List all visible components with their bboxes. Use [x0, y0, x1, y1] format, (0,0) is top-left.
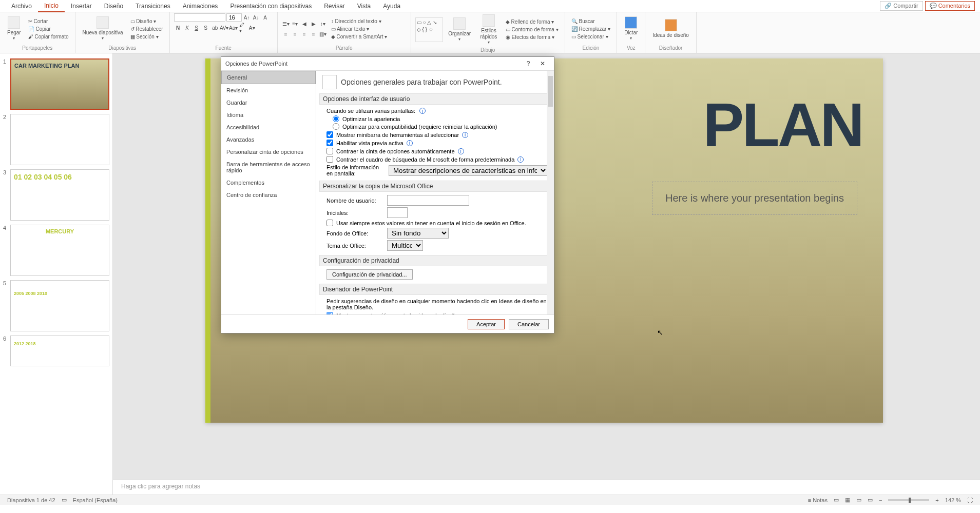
copy-button[interactable]: 📄 Copiar [26, 26, 71, 32]
nav-qat[interactable]: Barra de herramientas de acceso rápido [221, 158, 316, 176]
tab-revisar[interactable]: Revisar [318, 1, 351, 12]
cancel-button[interactable]: Cancelar [509, 319, 549, 329]
highlight-icon[interactable]: 🖍▾ [239, 24, 247, 32]
nav-revision[interactable]: Revisión [221, 84, 316, 96]
paste-button[interactable]: Pegar▾ [4, 15, 24, 42]
dictate-button[interactable]: Dictar▾ [621, 15, 641, 42]
nav-guardar[interactable]: Guardar [221, 96, 316, 109]
slideshow-view-icon[interactable]: ▭ [864, 497, 876, 503]
zoom-out-icon[interactable]: − [876, 497, 885, 503]
info-icon[interactable]: i [407, 140, 413, 146]
fit-window-icon[interactable]: ⛶ [964, 497, 976, 503]
initials-input[interactable] [387, 207, 408, 218]
check-always-use[interactable] [326, 220, 333, 226]
thumb-1[interactable]: CAR MARKETING PLAN [10, 58, 109, 110]
notes-toggle[interactable]: ≡ Notas [805, 497, 831, 503]
tooltip-style-select[interactable]: Mostrar descripciones de características… [389, 165, 548, 176]
spacing-icon[interactable]: AV▾ [220, 24, 228, 32]
info-icon[interactable]: i [458, 148, 464, 154]
office-background-select[interactable]: Sin fondo [387, 228, 449, 239]
radio-optimize-appearance[interactable] [333, 115, 339, 122]
check-collapse-search[interactable] [326, 156, 333, 163]
clear-format-icon[interactable]: A [261, 13, 270, 22]
nav-cinta[interactable]: Personalizar cinta de opciones [221, 146, 316, 158]
dialog-scrollbar[interactable] [547, 71, 554, 314]
section-button[interactable]: ▦ Sección ▾ [128, 33, 165, 40]
zoom-slider[interactable] [888, 499, 929, 501]
line-spacing-icon[interactable]: ↕▾ [319, 19, 327, 28]
normal-view-icon[interactable]: ▭ [831, 497, 842, 503]
justify-icon[interactable]: ≡ [310, 30, 318, 38]
layout-button[interactable]: ▭ Diseño ▾ [128, 18, 165, 25]
font-color-icon[interactable]: A▾ [248, 24, 256, 32]
tab-presentacion[interactable]: Presentación con diapositivas [224, 1, 318, 12]
comments-button[interactable]: 💬 Comentarios [925, 1, 975, 11]
indent-dec-icon[interactable]: ◀ [300, 19, 309, 28]
tab-ayuda[interactable]: Ayuda [377, 1, 407, 12]
thumb-3[interactable]: 01 02 03 04 05 06 [10, 169, 109, 221]
zoom-in-icon[interactable]: + [932, 497, 941, 503]
bullets-icon[interactable]: ☰▾ [282, 19, 290, 28]
new-slide-button[interactable]: Nueva diapositiva▾ [80, 15, 126, 42]
shadow-icon[interactable]: ab [211, 24, 219, 32]
tab-animaciones[interactable]: Animaciones [177, 1, 224, 12]
increase-font-icon[interactable]: A↑ [243, 13, 251, 22]
thumb-6[interactable]: 2012 2018 [10, 336, 109, 366]
tab-transiciones[interactable]: Transiciones [129, 1, 177, 12]
slide-title[interactable]: PLAN [703, 89, 862, 160]
radio-optimize-compat[interactable] [333, 123, 339, 130]
columns-icon[interactable]: ▥▾ [319, 30, 327, 38]
info-icon[interactable]: i [419, 108, 426, 114]
format-painter-button[interactable]: 🖌 Copiar formato [26, 33, 71, 40]
check-collapse-ribbon[interactable] [326, 148, 333, 154]
shapes-gallery[interactable]: ▭ ○ △ ↘◇ { } ☆ [415, 17, 444, 42]
case-icon[interactable]: Aa▾ [229, 24, 238, 32]
check-auto-design-ideas[interactable] [326, 312, 333, 314]
language-indicator[interactable]: Español (España) [70, 497, 121, 503]
align-left-icon[interactable]: ≡ [282, 30, 290, 38]
slide-subtitle[interactable]: Here is where your presentation begins [652, 182, 857, 215]
nav-general[interactable]: General [221, 71, 316, 84]
share-button[interactable]: 🔗 Compartir [880, 1, 923, 11]
thumb-4[interactable]: MERCURY [10, 225, 109, 276]
shape-outline-button[interactable]: ▭ Contorno de forma ▾ [504, 26, 561, 33]
spell-check-icon[interactable]: ▭ [59, 497, 70, 503]
sorter-view-icon[interactable]: ▦ [842, 497, 853, 503]
tab-inicio[interactable]: Inicio [38, 0, 65, 12]
select-button[interactable]: ▭ Seleccionar ▾ [569, 33, 612, 40]
indent-inc-icon[interactable]: ▶ [310, 19, 318, 28]
arrange-button[interactable]: Organizar▾ [445, 16, 474, 43]
slide-thumbnails[interactable]: 1CAR MARKETING PLAN 2 301 02 03 04 05 06… [0, 53, 113, 495]
reading-view-icon[interactable]: ▭ [853, 497, 864, 503]
find-button[interactable]: 🔍 Buscar [569, 18, 612, 25]
align-right-icon[interactable]: ≡ [300, 30, 309, 38]
thumb-2[interactable] [10, 114, 109, 165]
italic-icon[interactable]: K [183, 24, 191, 32]
privacy-settings-button[interactable]: Configuración de privacidad... [326, 269, 413, 280]
decrease-font-icon[interactable]: A↓ [252, 13, 260, 22]
ok-button[interactable]: Aceptar [468, 319, 505, 329]
nav-idioma[interactable]: Idioma [221, 109, 316, 121]
reset-button[interactable]: ↺ Restablecer [128, 26, 165, 32]
strike-icon[interactable]: S [202, 24, 210, 32]
cut-button[interactable]: ✂ Cortar [26, 18, 71, 25]
tab-archivo[interactable]: Archivo [5, 1, 38, 12]
tab-diseno[interactable]: Diseño [98, 1, 129, 12]
smartart-button[interactable]: ◆ Convertir a SmartArt ▾ [329, 33, 390, 40]
check-live-preview[interactable] [326, 140, 333, 146]
quick-styles-button[interactable]: Estilos rápidos▾ [476, 13, 502, 46]
username-input[interactable] [387, 195, 469, 206]
nav-trust[interactable]: Centro de confianza [221, 189, 316, 201]
nav-avanzadas[interactable]: Avanzadas [221, 133, 316, 146]
align-center-icon[interactable]: ≡ [291, 30, 299, 38]
info-icon[interactable]: i [462, 132, 468, 138]
tab-insertar[interactable]: Insertar [65, 1, 98, 12]
numbering-icon[interactable]: ≡▾ [291, 19, 299, 28]
shape-effects-button[interactable]: ◉ Efectos de forma ▾ [504, 34, 561, 41]
design-ideas-button[interactable]: Ideas de diseño [649, 18, 692, 40]
notes-placeholder[interactable]: Haga clic para agregar notas [113, 479, 980, 495]
help-icon[interactable]: ? [521, 58, 535, 69]
font-name-input[interactable] [174, 13, 225, 22]
bold-icon[interactable]: N [174, 24, 182, 32]
check-minibar[interactable] [326, 131, 333, 138]
